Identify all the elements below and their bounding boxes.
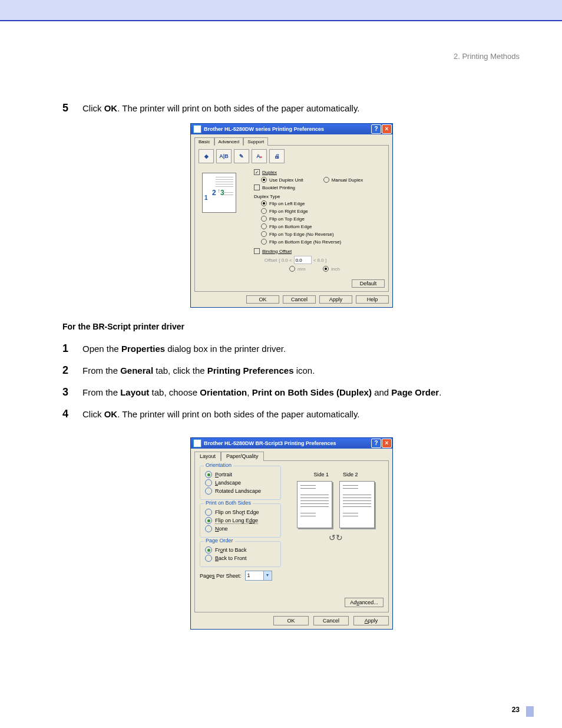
back-to-front-radio[interactable] [205,555,212,562]
dialog-title: Brother HL-5280DW series Printing Prefer… [204,126,371,132]
tab-paper-quality[interactable]: Paper/Quality [221,452,264,461]
step-text: From the General tab, click the Printing… [82,364,315,377]
advanced-icon-row: ◆ A|B ✎ A▸ 🖨 [199,149,385,163]
close-icon[interactable]: × [382,124,392,134]
icon-device[interactable]: 🖨 [269,149,285,163]
dialog-brscript-preferences: Brother HL-5280DW BR-Script3 Printing Pr… [190,437,393,630]
tab-advanced[interactable]: Advanced [214,137,244,146]
duplex-type-label: Flip on Top Edge (No Reverse) [269,232,334,237]
tab-layout[interactable]: Layout [194,452,221,461]
cancel-button[interactable]: Cancel [283,295,316,304]
portrait-label: ortrait [219,472,232,477]
step-text: Click OK. The printer will print on both… [82,101,360,115]
duplex-type-radio[interactable] [261,208,267,214]
step-number: 1 [62,342,82,355]
preview-side1 [297,481,332,528]
titlebar: Brother HL-5280DW series Printing Prefer… [191,124,392,134]
step-text: Click OK. The printer will print on both… [82,407,360,421]
manual-duplex-radio[interactable] [323,177,329,183]
top-banner [0,0,562,21]
step-text: Open the Properties dialog box in the pr… [82,342,286,355]
tab-support[interactable]: Support [243,137,268,146]
apply-button[interactable]: Apply [319,295,352,304]
duplex-type-label: Flip on Bottom Edge (No Reverse) [269,239,341,245]
duplex-type-radio[interactable] [261,216,267,222]
offset-input[interactable] [294,256,312,264]
group-page-order: Page Order Front to Back Back to Front [200,541,281,567]
front-to-back-radio[interactable] [205,546,212,554]
icon-duplex[interactable]: A|B [216,149,232,163]
page-number: 23 [512,706,520,714]
dialog-title: Brother HL-5280DW BR-Script3 Printing Pr… [204,440,371,446]
offset-row: Offset [ 0.0 < < 8.0 ] [265,256,385,264]
subheading: For the BR-Script printer driver [62,322,521,331]
preview-side2 [339,481,375,528]
help-button[interactable]: Help [356,295,389,304]
page-indicator [526,706,534,717]
duplex-type-label: Flip on Right Edge [269,209,308,214]
chevron-down-icon[interactable]: ▾ [263,571,272,580]
advanced-button[interactable]: Advanced... [345,598,384,607]
duplex-type-label: Flip on Bottom Edge [269,224,312,229]
none-radio[interactable] [205,525,212,532]
tabstrip: Basic Advanced Support [194,137,389,145]
landscape-radio[interactable] [205,479,212,486]
dialog-printing-preferences: Brother HL-5280DW series Printing Prefer… [190,123,393,308]
group-both-sides: Print on Both Sides Flip on Short Edge F… [200,503,281,538]
titlebar: Brother HL-5280DW BR-Script3 Printing Pr… [191,438,392,449]
unit-mm-radio[interactable] [289,266,295,272]
duplex-type-label: Flip on Left Edge [269,201,305,206]
step-number: 2 [62,364,82,377]
duplex-type-label: Flip on Top Edge [269,216,305,222]
duplex-type-radio[interactable] [261,239,267,245]
tabstrip: Layout Paper/Quality [194,451,389,460]
step-number: 5 [62,101,82,115]
app-icon [193,439,201,447]
help-icon[interactable]: ? [371,439,381,448]
default-button[interactable]: Default [352,279,385,288]
booklet-checkbox[interactable] [254,185,260,190]
rotated-landscape-radio[interactable] [205,487,212,495]
icon-quality[interactable]: ◆ [199,149,214,163]
tab-basic[interactable]: Basic [194,137,214,146]
group-orientation: Orientation Portrait Landscape Rotated L… [200,466,281,500]
unit-inch-radio[interactable] [323,266,329,272]
flip-short-radio[interactable] [205,509,212,516]
flip-long-radio[interactable] [205,517,212,524]
pages-per-sheet-combo[interactable]: 1 ▾ [245,571,272,581]
step-number: 4 [62,407,82,421]
ok-button[interactable]: OK [246,295,279,304]
close-icon[interactable]: × [382,439,392,448]
portrait-radio[interactable] [205,471,212,478]
step-text: From the Layout tab, choose Orientation,… [82,386,441,399]
duplex-type-radio[interactable] [261,200,267,206]
apply-button[interactable]: Apply [353,616,389,625]
layout-preview: Side 1 Side 2 [288,466,384,581]
use-duplex-unit-radio[interactable] [261,177,267,183]
app-icon [193,125,201,133]
icon-page-setting[interactable]: A▸ [252,149,267,163]
icon-watermark[interactable]: ✎ [234,149,249,163]
step-number: 3 [62,386,82,399]
binding-offset-checkbox[interactable] [254,248,260,254]
flip-arrow-icon: ↺↻ [329,533,343,542]
duplex-preview: 1 2 ↑ 3 [202,173,236,213]
chapter-header: 2. Printing Methods [454,52,520,61]
cancel-button[interactable]: Cancel [313,616,349,625]
duplex-type-radio[interactable] [261,223,267,229]
duplex-type-radio[interactable] [261,231,267,237]
help-icon[interactable]: ? [371,124,381,134]
ok-button[interactable]: OK [273,616,309,625]
duplex-checkbox[interactable] [254,169,260,175]
